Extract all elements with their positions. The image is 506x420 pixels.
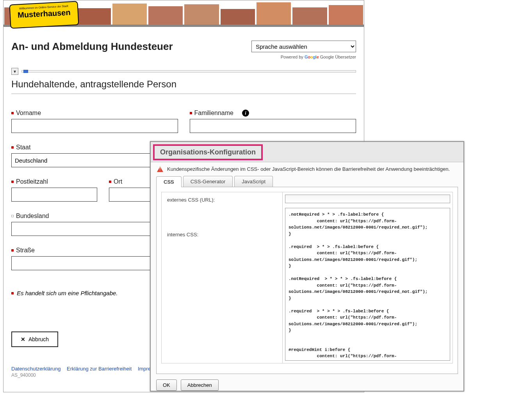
cancel-button[interactable]: Abbrechen (181, 379, 219, 391)
internal-css-textarea[interactable]: .notRequired > * > .fs-label:before { co… (285, 208, 450, 361)
tab-css-generator[interactable]: CSS-Generator (183, 176, 233, 187)
required-mark-icon (11, 112, 14, 114)
abort-button[interactable]: ✕ Abbruch (11, 331, 58, 347)
external-css-input[interactable] (285, 195, 450, 203)
city-sign: Willkommen im Online-Service der Stadt M… (9, 1, 79, 28)
header-banner: Willkommen im Online-Service der Stadt M… (4, 0, 364, 34)
progress-fill (23, 70, 28, 73)
required-mark-icon (109, 181, 111, 183)
google-logo-text: Google (305, 55, 319, 59)
warning-icon (157, 167, 163, 172)
plz-label: Postleitzahl (16, 178, 48, 185)
internal-css-label: internes CSS: (167, 232, 277, 237)
page-title: An- und Abmeldung Hundesteuer (11, 41, 173, 53)
ort-label: Ort (114, 178, 122, 185)
bundesland-label: Bundesland (16, 213, 49, 220)
dialog-title: Organisations-Konfiguration (160, 148, 256, 156)
staat-label: Staat (16, 144, 30, 151)
required-hint-text: Es handelt sich um eine Pflichtangabe. (17, 290, 118, 296)
tab-css[interactable]: CSS (156, 176, 182, 187)
optional-mark-icon (11, 215, 14, 217)
familienname-label: Familienname (194, 110, 233, 117)
abort-button-label: Abbruch (29, 336, 49, 342)
required-mark-icon (190, 112, 192, 114)
required-mark-icon (11, 181, 14, 183)
plz-input[interactable] (11, 188, 97, 202)
link-impressum[interactable]: Impre (138, 366, 151, 372)
external-css-label: externes CSS (URL): (167, 197, 277, 203)
progress-bar (21, 70, 356, 73)
required-mark-icon (11, 146, 14, 149)
ok-button[interactable]: OK (156, 379, 177, 391)
link-barrierefreiheit[interactable]: Erklärung zur Barrierefreiheit (67, 366, 132, 372)
close-icon: ✕ (21, 336, 25, 342)
dialog-warning-text: Kundenspezifische Änderungen im CSS- ode… (167, 166, 450, 172)
org-config-dialog: Organisations-Konfiguration Kundenspezif… (150, 141, 464, 392)
strasse-label: Straße (16, 247, 35, 254)
link-datenschutz[interactable]: Datenschutzerklärung (11, 366, 61, 372)
dialog-header: Organisations-Konfiguration (151, 142, 463, 162)
required-mark-icon (11, 249, 14, 252)
section-title: Hundehaltende, antragstellende Person (11, 79, 356, 90)
required-mark-icon (11, 292, 14, 294)
tab-javascript[interactable]: JavaScript (234, 176, 273, 187)
progress-toggle[interactable]: ▼ (11, 68, 18, 75)
dialog-warning: Kundenspezifische Änderungen im CSS- ode… (151, 162, 463, 176)
tab-panel-css: externes CSS (URL): internes CSS: .notRe… (156, 187, 458, 374)
vorname-label: Vorname (16, 110, 41, 117)
familienname-input[interactable] (190, 119, 356, 133)
vorname-input[interactable] (11, 119, 178, 133)
dialog-tabs: CSS CSS-Generator JavaScript (156, 176, 458, 187)
language-select[interactable]: Sprache auswählen (251, 41, 356, 52)
dialog-title-highlight: Organisations-Konfiguration (153, 144, 263, 160)
info-icon[interactable]: i (242, 110, 249, 117)
section-divider (11, 94, 356, 94)
powered-by-label: Powered by Google Google Übersetzer (251, 55, 356, 59)
